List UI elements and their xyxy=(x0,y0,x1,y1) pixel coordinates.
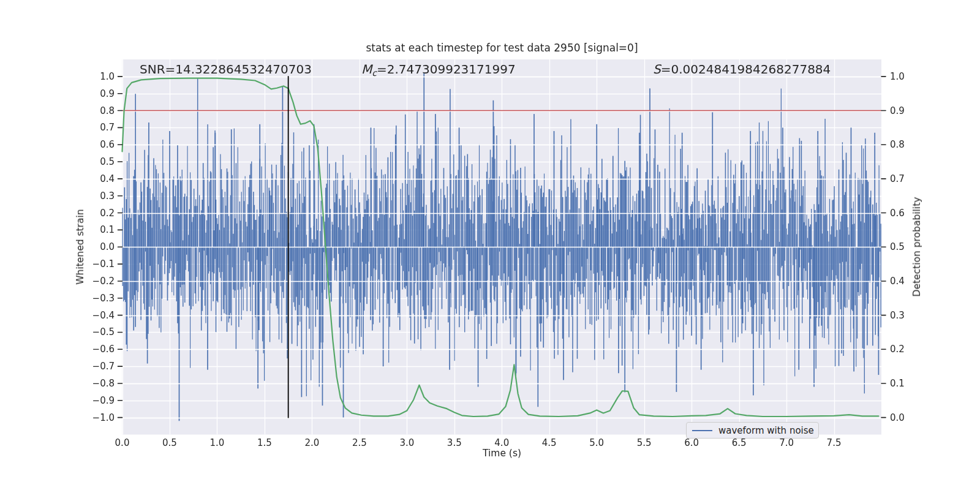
left-y-tick-label: 0.4 xyxy=(100,173,115,184)
legend: waveform with noise xyxy=(686,422,819,439)
left-y-tick-label: −0.9 xyxy=(92,395,115,406)
right-y-tick-label: 0.7 xyxy=(890,173,905,184)
right-y-tick-label: 0.1 xyxy=(890,378,905,389)
legend-item-label: waveform with noise xyxy=(718,425,814,436)
mc-value: =2.747309923171997 xyxy=(377,62,516,77)
x-tick-label: 2.5 xyxy=(352,437,367,448)
right-y-tick-label: 1.0 xyxy=(890,71,905,82)
x-tick-label: 0.5 xyxy=(162,437,177,448)
right-y-tick-label: 0.4 xyxy=(890,276,905,287)
left-y-tick-label: −0.4 xyxy=(92,310,115,321)
mc-symbol: M xyxy=(361,62,372,77)
mc-subscript: c xyxy=(372,68,377,78)
right-y-tick-label: 0.3 xyxy=(890,310,905,321)
left-y-tick-label: 0.1 xyxy=(100,224,115,235)
figure: stats at each timestep for test data 295… xyxy=(0,0,980,490)
right-y-tick-label: 0.5 xyxy=(890,241,905,252)
x-tick-label: 5.5 xyxy=(637,437,652,448)
x-tick-label: 5.0 xyxy=(589,437,604,448)
left-y-tick-label: 1.0 xyxy=(100,71,115,82)
chart-title: stats at each timestep for test data 295… xyxy=(0,42,980,54)
right-y-tick-label: 0.2 xyxy=(890,344,905,355)
x-tick-label: 3.0 xyxy=(399,437,414,448)
left-y-tick-label: −0.5 xyxy=(92,326,115,337)
right-y-tick-label: 0.9 xyxy=(890,105,905,116)
left-y-tick-label: −0.1 xyxy=(92,258,115,270)
x-tick-label: 1.0 xyxy=(210,437,225,448)
x-tick-label: 3.5 xyxy=(447,437,462,448)
left-y-tick-label: −0.7 xyxy=(92,361,115,372)
left-y-tick-label: −0.3 xyxy=(92,293,115,304)
x-tick-label: 7.0 xyxy=(779,437,794,448)
left-y-tick-label: 0.6 xyxy=(100,139,115,150)
left-y-tick-label: 0.8 xyxy=(100,105,115,116)
x-tick-label: 0.0 xyxy=(115,437,130,448)
chirp-mass-annotation: Mc=2.747309923171997 xyxy=(361,62,516,80)
x-tick-label: 4.5 xyxy=(542,437,557,448)
x-tick-label: 1.5 xyxy=(257,437,272,448)
right-y-tick-label: 0.8 xyxy=(890,139,905,150)
right-y-tick-label: 0.0 xyxy=(890,412,905,423)
x-tick-label: 6.5 xyxy=(732,437,747,448)
left-y-tick-label: −0.8 xyxy=(92,378,115,389)
s-stat-annotation: S=0.0024841984268277884 xyxy=(653,62,831,77)
snr-annotation: SNR=14.322864532470703 xyxy=(140,62,312,77)
left-y-tick-label: 0.5 xyxy=(100,156,115,167)
right-y-tick-label: 0.6 xyxy=(890,208,905,219)
x-tick-label: 4.0 xyxy=(494,437,509,448)
left-y-tick-label: 0.9 xyxy=(100,88,115,99)
legend-line-sample xyxy=(692,430,712,431)
left-y-tick-label: −0.2 xyxy=(92,276,115,287)
s-symbol: S xyxy=(653,62,661,77)
left-y-tick-label: 0.3 xyxy=(100,190,115,202)
x-tick-label: 6.0 xyxy=(684,437,699,448)
x-tick-label: 2.0 xyxy=(304,437,319,448)
left-y-tick-label: −0.6 xyxy=(92,344,115,355)
left-y-tick-label: 0.7 xyxy=(100,122,115,133)
left-y-axis-label: Whitened strain xyxy=(75,209,86,284)
s-value: =0.0024841984268277884 xyxy=(661,62,831,77)
left-y-tick-label: 0.2 xyxy=(100,208,115,219)
x-tick-label: 7.5 xyxy=(827,437,842,448)
right-y-axis-label: Detection probability xyxy=(911,197,922,297)
x-axis-label: Time (s) xyxy=(0,448,980,459)
left-y-tick-label: 0.0 xyxy=(100,241,115,252)
left-y-tick-label: −1.0 xyxy=(92,412,115,423)
